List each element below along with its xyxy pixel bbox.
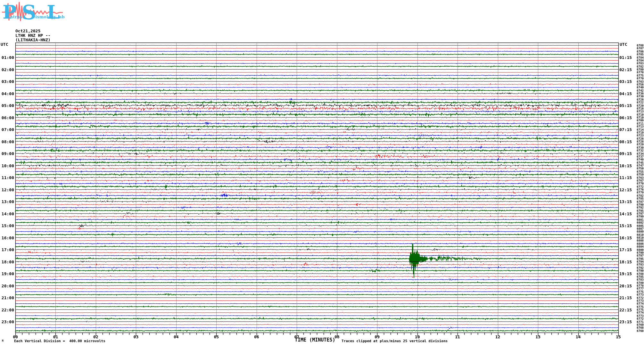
hour-label-left: 16:00 xyxy=(0,235,14,240)
hour-label-right: 19:15 xyxy=(619,271,632,276)
logo-word-patras: atras xyxy=(10,14,22,19)
hour-label-left: 03:00 xyxy=(0,79,14,84)
hour-label-left: 12:00 xyxy=(0,187,14,192)
hour-label-right: 04:15 xyxy=(619,91,632,96)
hour-label-right: 15:15 xyxy=(619,223,632,228)
hour-label-right: 06:15 xyxy=(619,115,632,120)
date-label: Oct21,2025 xyxy=(15,29,40,33)
station-code-label: LTHK HNZ HP -- xyxy=(15,33,51,38)
x-axis-label: 11 xyxy=(453,334,462,339)
hour-label-right: 08:15 xyxy=(619,139,632,144)
psl-logo: P atras S eismology L ab xyxy=(2,1,66,22)
x-axis-label: 06 xyxy=(252,334,261,339)
hour-label-right: 07:15 xyxy=(619,127,632,132)
hour-label-right: 11:15 xyxy=(619,175,632,180)
hour-label-left: 09:00 xyxy=(0,151,14,156)
hour-label-left: 15:00 xyxy=(0,223,14,228)
dc-offset-value: 6768 xyxy=(635,329,644,333)
x-axis-title: TIME (MINUTES) xyxy=(295,337,335,343)
x-axis-label: 02 xyxy=(91,334,101,339)
hour-label-left: 06:00 xyxy=(0,115,14,120)
hour-label-left: 05:00 xyxy=(0,103,14,108)
utc-header-right: UTC xyxy=(620,42,627,47)
footer-mark: M xyxy=(2,340,4,342)
hour-label-left: 04:00 xyxy=(0,91,14,96)
x-axis-label: 09 xyxy=(372,334,382,339)
x-axis-label: 00 xyxy=(11,334,20,339)
hour-label-right: 02:15 xyxy=(619,67,632,72)
logo-word-lab: ab xyxy=(59,14,65,19)
hour-label-left: 08:00 xyxy=(0,139,14,144)
hour-label-right: 16:15 xyxy=(619,235,632,240)
hour-label-left: 20:00 xyxy=(0,284,14,288)
hour-label-left: 11:00 xyxy=(0,175,14,180)
seismogram-canvas xyxy=(0,0,644,346)
logo-letter-l: L xyxy=(47,1,60,22)
hour-label-right: 09:15 xyxy=(619,151,632,156)
x-axis-label: 05 xyxy=(211,334,221,339)
hour-label-right: 21:15 xyxy=(619,295,632,300)
hour-label-left: 07:00 xyxy=(0,127,14,132)
logo-letter-p: P xyxy=(3,1,17,22)
x-axis-label: 03 xyxy=(131,334,141,339)
utc-header-left: UTC xyxy=(1,42,8,47)
hour-label-left: 02:00 xyxy=(0,67,14,72)
hour-label-right: 14:15 xyxy=(619,211,632,216)
x-axis-label: 13 xyxy=(533,334,543,339)
hour-label-right: 23:15 xyxy=(619,319,632,324)
x-axis-label: 15 xyxy=(614,334,623,339)
x-axis-label: 10 xyxy=(413,334,422,339)
hour-label-right: 05:15 xyxy=(619,103,632,108)
hour-label-left: 14:00 xyxy=(0,211,14,216)
x-axis-label: 04 xyxy=(171,334,181,339)
helicorder-page: P atras S eismology L ab Oct21,2025 LTHK… xyxy=(0,0,644,346)
x-axis-label: 12 xyxy=(493,334,503,339)
hour-label-right: 22:15 xyxy=(619,308,632,312)
hour-label-left: 23:00 xyxy=(0,319,14,324)
scale-note: Each Vertical Division = 400.00 microvol… xyxy=(14,339,105,343)
hour-label-right: 01:15 xyxy=(619,55,632,60)
hour-label-right: 12:15 xyxy=(619,187,632,192)
x-axis-label: 01 xyxy=(51,334,60,339)
hour-label-right: 13:15 xyxy=(619,199,632,204)
hour-label-right: 20:15 xyxy=(619,284,632,288)
hour-label-left: 18:00 xyxy=(0,260,14,264)
x-axis-label: 14 xyxy=(574,334,583,339)
hour-label-left: 13:00 xyxy=(0,199,14,204)
hour-label-left: 01:00 xyxy=(0,55,14,60)
hour-label-left: 22:00 xyxy=(0,308,14,312)
hour-label-left: 10:00 xyxy=(0,163,14,168)
hour-label-right: 18:15 xyxy=(619,260,632,264)
station-name-label: (LITHAKIA-HNZ) xyxy=(15,38,51,42)
hour-label-left: 21:00 xyxy=(0,295,14,300)
hour-label-right: 03:15 xyxy=(619,79,632,84)
hour-label-left: 19:00 xyxy=(0,271,14,276)
hour-label-right: 17:15 xyxy=(619,247,632,252)
hour-label-left: 17:00 xyxy=(0,247,14,252)
clip-note: Traces clipped at plus/minus 25 vertical… xyxy=(342,339,448,343)
hour-label-right: 10:15 xyxy=(619,163,632,168)
